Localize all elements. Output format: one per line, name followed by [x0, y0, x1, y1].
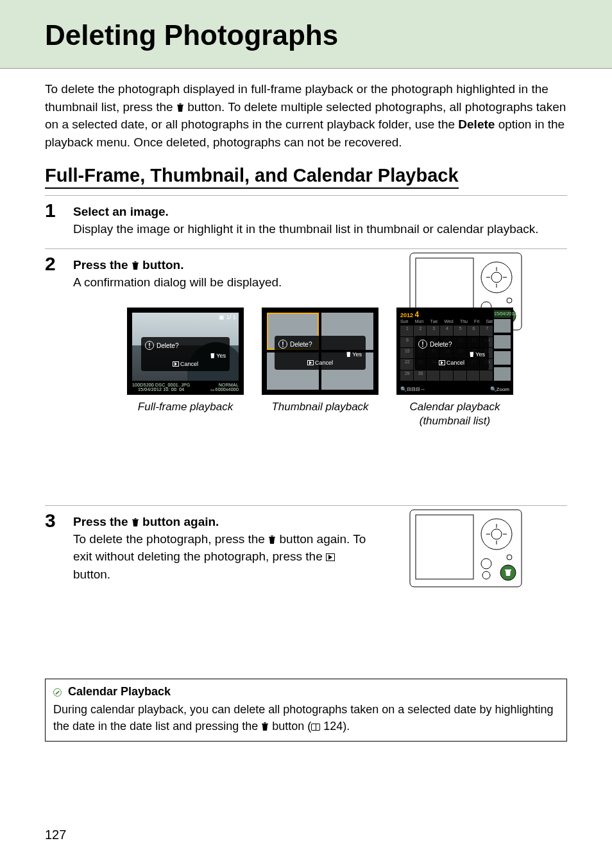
playback-icon [326, 553, 335, 561]
step-2-head-post: button. [142, 258, 183, 272]
warning-icon: ! [418, 340, 427, 349]
dialog-delete-text: Delete? [157, 342, 178, 349]
lcd-fullframe-badge: ▣ 1/ 1 [219, 314, 236, 320]
step-3-text-pre: To delete the photograph, press the [73, 532, 268, 546]
lcd-delete-dialog: !Delete? Yes Cancel [141, 337, 230, 371]
warning-icon: ! [145, 341, 154, 350]
dialog-cancel: Cancel [180, 361, 198, 367]
lcd-thumb-item: !Delete? Yes Cancel Thumbnail playback [262, 308, 378, 428]
step-3-head-post: button again. [142, 515, 219, 528]
svg-point-11 [491, 529, 502, 539]
dialog-yes: Yes [216, 352, 226, 359]
trash-icon [268, 532, 276, 541]
step-3-head-pre: Press the [73, 515, 132, 528]
svg-rect-9 [416, 515, 473, 579]
svg-point-12 [481, 559, 491, 569]
lcd-delete-dialog: !Delete? Yes Cancel [275, 336, 366, 370]
lcd-cal: 2012 4 15/04/2012 SunMonTueWedThuFriSat … [396, 308, 513, 395]
book-icon [311, 724, 320, 731]
cal-footer: 🔍⊟⊟⊟↔ 🔍Zoom [400, 386, 509, 392]
svg-point-13 [482, 571, 490, 579]
dialog-cancel: Cancel [315, 360, 333, 366]
note-calendar-playback: Calendar Playback During calendar playba… [45, 679, 567, 742]
svg-point-3 [491, 272, 502, 282]
note-head-text: Calendar Playback [68, 685, 171, 698]
lcd-fullframe-item: ▣ 1/ 1 !Delete? Yes Cancel 100D5200 DSC_… [127, 308, 244, 428]
lcd-thumb: !Delete? Yes Cancel [262, 308, 378, 395]
pencil-icon [53, 688, 62, 697]
step-3: 3 Press the button again. To delete the … [45, 505, 567, 602]
playback-icon [439, 360, 445, 365]
playback-icon [307, 360, 314, 365]
step-1-number: 1 [45, 200, 68, 221]
warning-icon: ! [278, 340, 287, 349]
dialog-delete-text: Delete? [290, 341, 312, 348]
trash-icon [176, 100, 184, 108]
intro-text-bold: Delete [458, 117, 495, 131]
trash-icon [469, 351, 474, 357]
step-3-text: To delete the photograph, press the butt… [73, 530, 368, 584]
lcd-fullframe-caption: Full-frame playback [127, 400, 244, 414]
note-text-ref: 124). [320, 720, 350, 733]
note-text: During calendar playback, you can delete… [53, 701, 559, 734]
cal-year: 2012 [400, 312, 413, 318]
trash-icon [346, 351, 351, 357]
playback-icon [173, 361, 179, 367]
camera-back-illustration [409, 506, 522, 591]
trash-icon [210, 352, 215, 358]
cal-days-of-week: SunMonTueWedThuFriSat [400, 319, 493, 324]
trash-icon [132, 259, 139, 268]
dialog-yes: Yes [475, 351, 485, 358]
lcd-delete-dialog: !Delete? Yes Cancel [414, 336, 489, 370]
lcd-cal-item: 2012 4 15/04/2012 SunMonTueWedThuFriSat … [396, 308, 513, 428]
step-3-number: 3 [45, 510, 68, 532]
intro-paragraph: To delete the photograph displayed in fu… [0, 69, 612, 153]
note-text-mid: button ( [272, 720, 311, 733]
step-3-text-post: button. [73, 568, 110, 581]
svg-point-7 [507, 298, 512, 303]
step-2: 2 Press the button. A confirmation dialo… [45, 248, 567, 505]
section-heading-text: Full-Frame, Thumbnail, and Calendar Play… [45, 165, 459, 189]
svg-point-15 [507, 555, 512, 560]
page-title: Deleting Photographs [45, 19, 567, 51]
step-1: 1 Select an image. Display the image or … [45, 195, 567, 248]
step-1-text: Display the image or highlight it in the… [73, 220, 567, 238]
dialog-cancel: Cancel [446, 360, 464, 366]
cal-month: 4 [415, 310, 420, 319]
page-number: 127 [45, 828, 66, 842]
cal-corner-date: 15/04/2012 [494, 310, 511, 318]
step-2-number: 2 [45, 253, 68, 275]
page-title-banner: Deleting Photographs [0, 0, 612, 69]
trash-icon [261, 719, 269, 728]
lcd-fullframe: ▣ 1/ 1 !Delete? Yes Cancel 100D5200 DSC_… [127, 308, 244, 395]
step-1-head: Select an image. [73, 205, 567, 219]
steps-list: 1 Select an image. Display the image or … [0, 189, 612, 602]
lcd-thumb-caption: Thumbnail playback [262, 400, 378, 414]
step-3-head: Press the button again. [73, 515, 368, 529]
dialog-yes: Yes [352, 351, 362, 358]
section-heading: Full-Frame, Thumbnail, and Calendar Play… [0, 153, 612, 189]
lcd-fullframe-footer: 100D5200 DSC_0001. JPG15/04/2012 10: 00:… [132, 383, 239, 392]
dialog-delete-text: Delete? [430, 341, 452, 348]
trash-icon [132, 516, 139, 525]
lcd-cal-caption: Calendar playback(thumbnail list) [396, 400, 513, 428]
step-2-head-pre: Press the [73, 258, 132, 272]
lcd-examples-row: ▣ 1/ 1 !Delete? Yes Cancel 100D5200 DSC_… [45, 291, 567, 432]
cal-thumbs [494, 319, 511, 381]
